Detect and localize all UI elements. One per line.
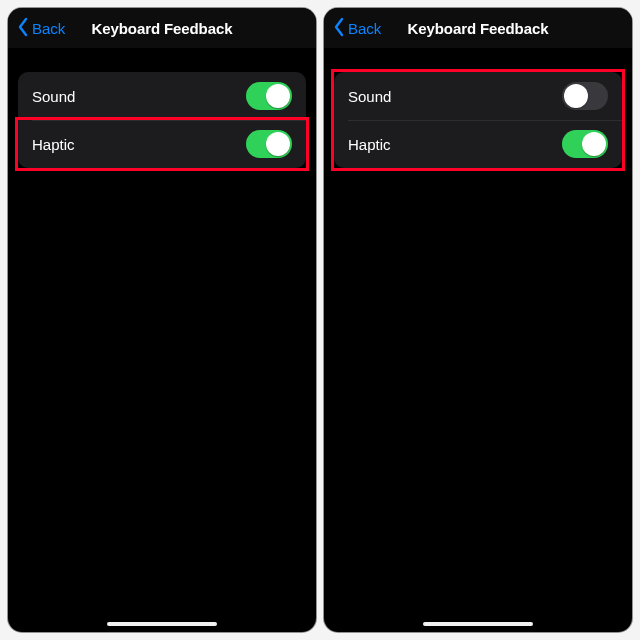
chevron-left-icon	[16, 17, 30, 40]
toggle-sound[interactable]	[246, 82, 292, 110]
back-label: Back	[32, 20, 65, 37]
row-haptic: Haptic	[334, 120, 622, 168]
phone-right: Back Keyboard Feedback Sound Haptic	[324, 8, 632, 632]
home-indicator[interactable]	[107, 622, 217, 626]
settings-group: Sound Haptic	[334, 72, 622, 168]
settings-content: Sound Haptic	[324, 48, 632, 632]
row-sound: Sound	[18, 72, 306, 120]
navbar: Back Keyboard Feedback	[8, 8, 316, 48]
back-button[interactable]: Back	[332, 17, 381, 40]
row-sound: Sound	[334, 72, 622, 120]
toggle-sound[interactable]	[562, 82, 608, 110]
row-label-haptic: Haptic	[348, 136, 391, 153]
home-indicator[interactable]	[423, 622, 533, 626]
toggle-haptic[interactable]	[246, 130, 292, 158]
navbar: Back Keyboard Feedback	[324, 8, 632, 48]
row-label-sound: Sound	[348, 88, 391, 105]
settings-group: Sound Haptic	[18, 72, 306, 168]
row-label-sound: Sound	[32, 88, 75, 105]
back-button[interactable]: Back	[16, 17, 65, 40]
settings-content: Sound Haptic	[8, 48, 316, 632]
toggle-haptic[interactable]	[562, 130, 608, 158]
back-label: Back	[348, 20, 381, 37]
chevron-left-icon	[332, 17, 346, 40]
row-haptic: Haptic	[18, 120, 306, 168]
phone-left: Back Keyboard Feedback Sound Haptic	[8, 8, 316, 632]
row-label-haptic: Haptic	[32, 136, 75, 153]
